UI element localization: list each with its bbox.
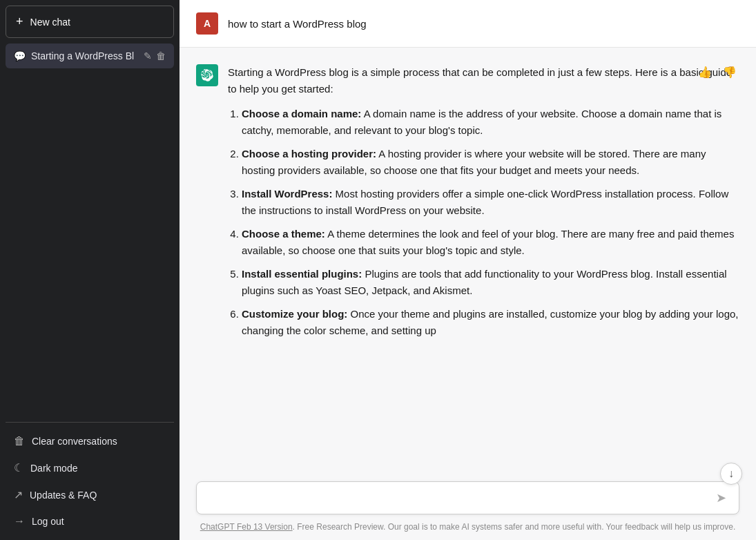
- trash-icon: 🗑: [14, 435, 25, 447]
- sidebar: + New chat 💬 Starting a WordPress Bl ✎ 🗑…: [0, 0, 180, 540]
- ai-step-item: Install WordPress: Most hosting provider…: [242, 186, 739, 219]
- new-chat-label: New chat: [30, 17, 70, 28]
- dark-mode-label: Dark mode: [30, 463, 77, 474]
- logout-label: Log out: [32, 516, 64, 527]
- input-area: ➤: [180, 473, 756, 517]
- main-content: A how to start a WordPress blog Starting…: [180, 0, 756, 540]
- ai-response-content: Starting a WordPress blog is a simple pr…: [228, 64, 739, 347]
- user-message-bar: A how to start a WordPress blog: [180, 0, 756, 48]
- edit-icon[interactable]: ✎: [144, 50, 152, 61]
- footer-description: . Free Research Preview. Our goal is to …: [293, 522, 736, 532]
- dark-mode-button[interactable]: ☾ Dark mode: [6, 454, 174, 481]
- moon-icon: ☾: [14, 461, 23, 474]
- user-avatar: A: [196, 12, 218, 35]
- input-box-container: ➤: [196, 481, 739, 514]
- chat-input[interactable]: [206, 492, 713, 504]
- ai-response-row: Starting a WordPress blog is a simple pr…: [196, 64, 739, 347]
- chat-bubble-icon: 💬: [14, 50, 26, 61]
- ai-feedback-buttons: 👍 👎: [695, 64, 739, 80]
- ai-steps-list: Choose a domain name: A domain name is t…: [228, 106, 739, 339]
- plus-icon: +: [16, 15, 23, 29]
- ai-step-item: Customize your blog: Once your theme and…: [242, 306, 739, 339]
- user-message-text: how to start a WordPress blog: [228, 18, 367, 30]
- new-chat-button[interactable]: + New chat: [6, 6, 174, 38]
- ai-step-item: Choose a hosting provider: A hosting pro…: [242, 146, 739, 179]
- logout-icon: →: [14, 515, 25, 528]
- footer-version-link[interactable]: ChatGPT Feb 13 Version: [200, 522, 293, 532]
- chat-item-actions: ✎ 🗑: [144, 50, 166, 61]
- user-avatar-letter: A: [204, 18, 211, 29]
- footer: ChatGPT Feb 13 Version. Free Research Pr…: [180, 517, 756, 540]
- chat-item-title: Starting a WordPress Bl: [31, 50, 138, 61]
- ai-response-area: Starting a WordPress blog is a simple pr…: [180, 48, 756, 473]
- conversation-list: 💬 Starting a WordPress Bl ✎ 🗑: [6, 44, 174, 68]
- updates-faq-label: Updates & FAQ: [30, 490, 97, 501]
- delete-icon[interactable]: 🗑: [156, 50, 166, 61]
- ai-avatar: [196, 64, 218, 86]
- ai-intro-text: Starting a WordPress blog is a simple pr…: [228, 64, 739, 97]
- clear-conversations-label: Clear conversations: [32, 436, 117, 447]
- updates-faq-button[interactable]: ↗ Updates & FAQ: [6, 481, 174, 508]
- chat-item[interactable]: 💬 Starting a WordPress Bl ✎ 🗑: [6, 44, 174, 68]
- thumbs-down-button[interactable]: 👎: [720, 64, 739, 80]
- send-button[interactable]: ➤: [713, 489, 729, 507]
- external-link-icon: ↗: [14, 488, 23, 501]
- ai-step-item: Choose a domain name: A domain name is t…: [242, 106, 739, 139]
- sidebar-divider: [6, 422, 174, 423]
- scroll-down-button[interactable]: ↓: [720, 463, 742, 485]
- logout-button[interactable]: → Log out: [6, 508, 174, 534]
- ai-step-item: Choose a theme: A theme determines the l…: [242, 226, 739, 259]
- clear-conversations-button[interactable]: 🗑 Clear conversations: [6, 428, 174, 454]
- thumbs-up-button[interactable]: 👍: [695, 64, 715, 80]
- ai-step-item: Install essential plugins: Plugins are t…: [242, 266, 739, 299]
